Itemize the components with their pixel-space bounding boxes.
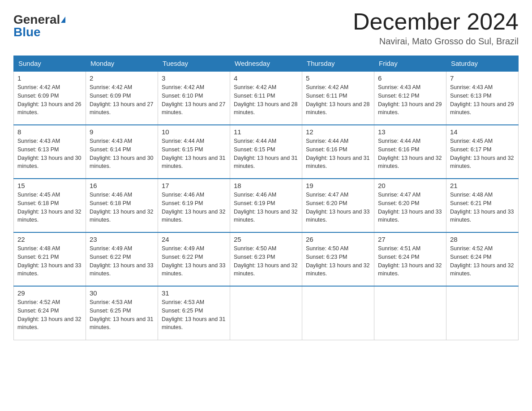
day-info: Sunrise: 4:44 AM Sunset: 6:15 PM Dayligh… bbox=[234, 137, 298, 171]
day-number: 18 bbox=[234, 182, 298, 189]
day-number: 12 bbox=[306, 128, 370, 136]
day-info: Sunrise: 4:48 AM Sunset: 6:21 PM Dayligh… bbox=[17, 244, 82, 278]
calendar-cell: 9 Sunrise: 4:43 AM Sunset: 6:14 PM Dayli… bbox=[86, 125, 158, 179]
header-monday: Monday bbox=[86, 56, 158, 72]
calendar-cell: 7 Sunrise: 4:43 AM Sunset: 6:13 PM Dayli… bbox=[446, 71, 519, 125]
day-info: Sunrise: 4:50 AM Sunset: 6:23 PM Dayligh… bbox=[306, 244, 370, 278]
calendar-cell: 17 Sunrise: 4:46 AM Sunset: 6:19 PM Dayl… bbox=[158, 179, 230, 232]
calendar-cell: 29 Sunrise: 4:52 AM Sunset: 6:24 PM Dayl… bbox=[14, 286, 86, 340]
calendar-cell: 12 Sunrise: 4:44 AM Sunset: 6:16 PM Dayl… bbox=[302, 125, 374, 179]
calendar-body: 1 Sunrise: 4:42 AM Sunset: 6:09 PM Dayli… bbox=[14, 71, 519, 340]
calendar-cell: 2 Sunrise: 4:42 AM Sunset: 6:09 PM Dayli… bbox=[86, 71, 158, 125]
day-info: Sunrise: 4:52 AM Sunset: 6:24 PM Dayligh… bbox=[17, 298, 82, 332]
day-number: 20 bbox=[378, 182, 442, 189]
calendar-cell: 14 Sunrise: 4:45 AM Sunset: 6:17 PM Dayl… bbox=[446, 125, 519, 179]
day-number: 8 bbox=[17, 128, 82, 136]
calendar-cell: 18 Sunrise: 4:46 AM Sunset: 6:19 PM Dayl… bbox=[230, 179, 302, 232]
logo: General Blue bbox=[13, 9, 65, 39]
day-info: Sunrise: 4:42 AM Sunset: 6:11 PM Dayligh… bbox=[306, 83, 370, 117]
calendar-cell: 21 Sunrise: 4:48 AM Sunset: 6:21 PM Dayl… bbox=[446, 179, 519, 232]
logo-triangle-icon bbox=[61, 17, 65, 23]
day-info: Sunrise: 4:44 AM Sunset: 6:15 PM Dayligh… bbox=[162, 137, 226, 171]
header-friday: Friday bbox=[374, 56, 446, 72]
day-number: 11 bbox=[234, 128, 298, 136]
calendar-cell: 24 Sunrise: 4:49 AM Sunset: 6:22 PM Dayl… bbox=[158, 232, 230, 286]
calendar-week-1: 1 Sunrise: 4:42 AM Sunset: 6:09 PM Dayli… bbox=[14, 71, 519, 125]
day-number: 28 bbox=[450, 235, 515, 243]
calendar-week-2: 8 Sunrise: 4:43 AM Sunset: 6:13 PM Dayli… bbox=[14, 125, 519, 179]
header-saturday: Saturday bbox=[446, 56, 519, 72]
day-number: 25 bbox=[234, 235, 298, 243]
day-number: 2 bbox=[90, 74, 154, 82]
calendar-cell bbox=[374, 286, 446, 340]
day-info: Sunrise: 4:50 AM Sunset: 6:23 PM Dayligh… bbox=[234, 244, 298, 278]
day-info: Sunrise: 4:47 AM Sunset: 6:20 PM Dayligh… bbox=[378, 191, 442, 224]
header-tuesday: Tuesday bbox=[158, 56, 230, 72]
calendar-cell: 10 Sunrise: 4:44 AM Sunset: 6:15 PM Dayl… bbox=[158, 125, 230, 179]
day-info: Sunrise: 4:43 AM Sunset: 6:12 PM Dayligh… bbox=[378, 83, 442, 117]
day-number: 1 bbox=[17, 74, 82, 82]
calendar-cell: 6 Sunrise: 4:43 AM Sunset: 6:12 PM Dayli… bbox=[374, 71, 446, 125]
day-info: Sunrise: 4:49 AM Sunset: 6:22 PM Dayligh… bbox=[162, 244, 226, 278]
day-info: Sunrise: 4:53 AM Sunset: 6:25 PM Dayligh… bbox=[162, 298, 226, 332]
header-sunday: Sunday bbox=[14, 56, 86, 72]
day-info: Sunrise: 4:43 AM Sunset: 6:13 PM Dayligh… bbox=[450, 83, 515, 117]
calendar-cell: 1 Sunrise: 4:42 AM Sunset: 6:09 PM Dayli… bbox=[14, 71, 86, 125]
day-number: 27 bbox=[378, 235, 442, 243]
day-info: Sunrise: 4:52 AM Sunset: 6:24 PM Dayligh… bbox=[450, 244, 515, 278]
day-number: 29 bbox=[17, 289, 82, 297]
calendar-cell bbox=[302, 286, 374, 340]
day-number: 5 bbox=[306, 74, 370, 82]
day-number: 15 bbox=[17, 182, 82, 189]
header-wednesday: Wednesday bbox=[230, 56, 302, 72]
day-number: 31 bbox=[162, 289, 226, 297]
day-info: Sunrise: 4:42 AM Sunset: 6:09 PM Dayligh… bbox=[17, 83, 82, 117]
logo-text-blue: Blue bbox=[13, 26, 41, 39]
day-info: Sunrise: 4:44 AM Sunset: 6:16 PM Dayligh… bbox=[306, 137, 370, 171]
logo-text-general: General bbox=[13, 13, 60, 26]
day-number: 22 bbox=[17, 235, 82, 243]
calendar-header-row: SundayMondayTuesdayWednesdayThursdayFrid… bbox=[14, 56, 519, 72]
page-header: General Blue December 2024 Navirai, Mato… bbox=[13, 9, 519, 47]
day-info: Sunrise: 4:44 AM Sunset: 6:16 PM Dayligh… bbox=[378, 137, 442, 171]
calendar-cell: 11 Sunrise: 4:44 AM Sunset: 6:15 PM Dayl… bbox=[230, 125, 302, 179]
calendar-cell: 19 Sunrise: 4:47 AM Sunset: 6:20 PM Dayl… bbox=[302, 179, 374, 232]
day-number: 10 bbox=[162, 128, 226, 136]
day-number: 7 bbox=[450, 74, 515, 82]
day-number: 26 bbox=[306, 235, 370, 243]
day-number: 24 bbox=[162, 235, 226, 243]
calendar-cell: 28 Sunrise: 4:52 AM Sunset: 6:24 PM Dayl… bbox=[446, 232, 519, 286]
day-info: Sunrise: 4:43 AM Sunset: 6:14 PM Dayligh… bbox=[90, 137, 154, 171]
day-info: Sunrise: 4:42 AM Sunset: 6:11 PM Dayligh… bbox=[234, 83, 298, 117]
calendar-week-4: 22 Sunrise: 4:48 AM Sunset: 6:21 PM Dayl… bbox=[14, 232, 519, 286]
day-info: Sunrise: 4:47 AM Sunset: 6:20 PM Dayligh… bbox=[306, 191, 370, 224]
day-number: 30 bbox=[90, 289, 154, 297]
calendar-cell bbox=[230, 286, 302, 340]
day-number: 21 bbox=[450, 182, 515, 189]
calendar-cell: 31 Sunrise: 4:53 AM Sunset: 6:25 PM Dayl… bbox=[158, 286, 230, 340]
day-info: Sunrise: 4:43 AM Sunset: 6:13 PM Dayligh… bbox=[17, 137, 82, 171]
day-info: Sunrise: 4:42 AM Sunset: 6:09 PM Dayligh… bbox=[90, 83, 154, 117]
day-number: 4 bbox=[234, 74, 298, 82]
day-number: 17 bbox=[162, 182, 226, 189]
day-number: 14 bbox=[450, 128, 515, 136]
day-info: Sunrise: 4:49 AM Sunset: 6:22 PM Dayligh… bbox=[90, 244, 154, 278]
day-info: Sunrise: 4:46 AM Sunset: 6:18 PM Dayligh… bbox=[90, 191, 154, 224]
day-number: 13 bbox=[378, 128, 442, 136]
calendar-week-5: 29 Sunrise: 4:52 AM Sunset: 6:24 PM Dayl… bbox=[14, 286, 519, 340]
day-number: 16 bbox=[90, 182, 154, 189]
title-area: December 2024 Navirai, Mato Grosso do Su… bbox=[353, 9, 519, 47]
calendar-cell: 16 Sunrise: 4:46 AM Sunset: 6:18 PM Dayl… bbox=[86, 179, 158, 232]
calendar-table: SundayMondayTuesdayWednesdayThursdayFrid… bbox=[13, 56, 519, 340]
calendar-cell: 27 Sunrise: 4:51 AM Sunset: 6:24 PM Dayl… bbox=[374, 232, 446, 286]
day-info: Sunrise: 4:51 AM Sunset: 6:24 PM Dayligh… bbox=[378, 244, 442, 278]
day-number: 3 bbox=[162, 74, 226, 82]
calendar-cell: 3 Sunrise: 4:42 AM Sunset: 6:10 PM Dayli… bbox=[158, 71, 230, 125]
day-info: Sunrise: 4:45 AM Sunset: 6:17 PM Dayligh… bbox=[450, 137, 515, 171]
day-info: Sunrise: 4:45 AM Sunset: 6:18 PM Dayligh… bbox=[17, 191, 82, 224]
calendar-cell: 5 Sunrise: 4:42 AM Sunset: 6:11 PM Dayli… bbox=[302, 71, 374, 125]
day-number: 23 bbox=[90, 235, 154, 243]
calendar-cell: 13 Sunrise: 4:44 AM Sunset: 6:16 PM Dayl… bbox=[374, 125, 446, 179]
calendar-cell: 20 Sunrise: 4:47 AM Sunset: 6:20 PM Dayl… bbox=[374, 179, 446, 232]
calendar-cell: 4 Sunrise: 4:42 AM Sunset: 6:11 PM Dayli… bbox=[230, 71, 302, 125]
